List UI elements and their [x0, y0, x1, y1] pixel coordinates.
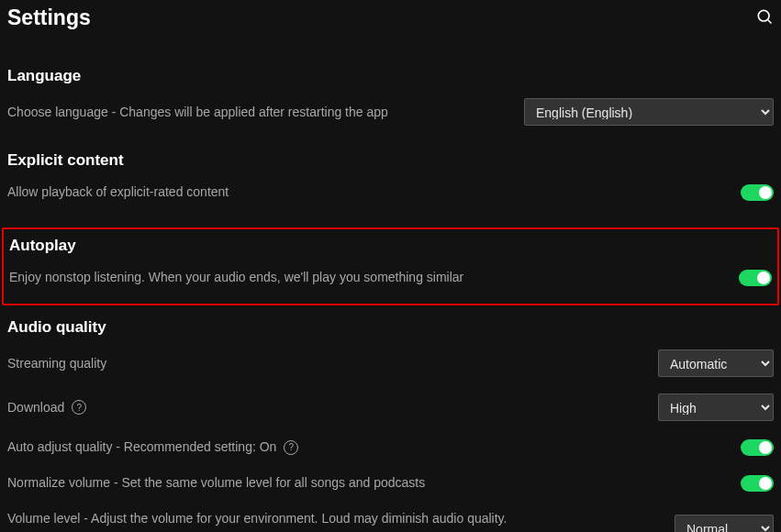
language-select[interactable]: English (English) [524, 98, 774, 126]
normalize-toggle[interactable] [741, 475, 774, 492]
language-desc: Choose language - Changes will be applie… [7, 103, 388, 122]
svg-line-1 [768, 19, 772, 23]
explicit-heading: Explicit content [7, 151, 774, 170]
autoplay-row: Enjoy nonstop listening. When your audio… [9, 268, 772, 287]
language-section: Language Choose language - Changes will … [7, 67, 774, 126]
streaming-select[interactable]: Automatic [658, 349, 774, 377]
audio-section: Audio quality Streaming quality Automati… [7, 318, 774, 532]
explicit-section: Explicit content Allow playback of expli… [7, 151, 774, 202]
audio-heading: Audio quality [7, 318, 774, 337]
download-label: Download [7, 398, 64, 417]
download-label-wrap: Download ? [7, 398, 86, 417]
help-icon[interactable]: ? [72, 400, 86, 415]
language-heading: Language [7, 67, 774, 85]
volume-level-row: Volume level - Adjust the volume for you… [7, 509, 774, 532]
autoplay-toggle[interactable] [739, 270, 772, 286]
autoplay-heading: Autoplay [9, 237, 772, 255]
explicit-row: Allow playback of explicit-rated content [7, 183, 774, 202]
page-title: Settings [7, 6, 91, 30]
auto-adjust-toggle[interactable] [741, 439, 774, 456]
normalize-label: Normalize volume - Set the same volume l… [7, 473, 425, 493]
header: Settings [7, 6, 774, 30]
auto-adjust-label: Auto adjust quality - Recommended settin… [7, 438, 276, 457]
svg-point-0 [758, 10, 769, 21]
download-row: Download ? High [7, 393, 774, 421]
auto-adjust-label-wrap: Auto adjust quality - Recommended settin… [7, 438, 298, 457]
autoplay-desc: Enjoy nonstop listening. When your audio… [9, 268, 463, 287]
streaming-label: Streaming quality [7, 354, 106, 373]
volume-level-select[interactable]: Normal [675, 515, 774, 532]
streaming-row: Streaming quality Automatic [7, 349, 774, 377]
download-select[interactable]: High [658, 393, 774, 421]
language-row: Choose language - Changes will be applie… [7, 98, 774, 126]
auto-adjust-row: Auto adjust quality - Recommended settin… [7, 438, 774, 457]
search-icon[interactable] [755, 7, 774, 29]
help-icon[interactable]: ? [284, 440, 298, 455]
explicit-desc: Allow playback of explicit-rated content [7, 183, 229, 202]
normalize-row: Normalize volume - Set the same volume l… [7, 473, 774, 493]
explicit-toggle[interactable] [741, 184, 774, 201]
autoplay-section: Autoplay Enjoy nonstop listening. When y… [2, 227, 779, 305]
volume-level-label: Volume level - Adjust the volume for you… [7, 509, 521, 532]
